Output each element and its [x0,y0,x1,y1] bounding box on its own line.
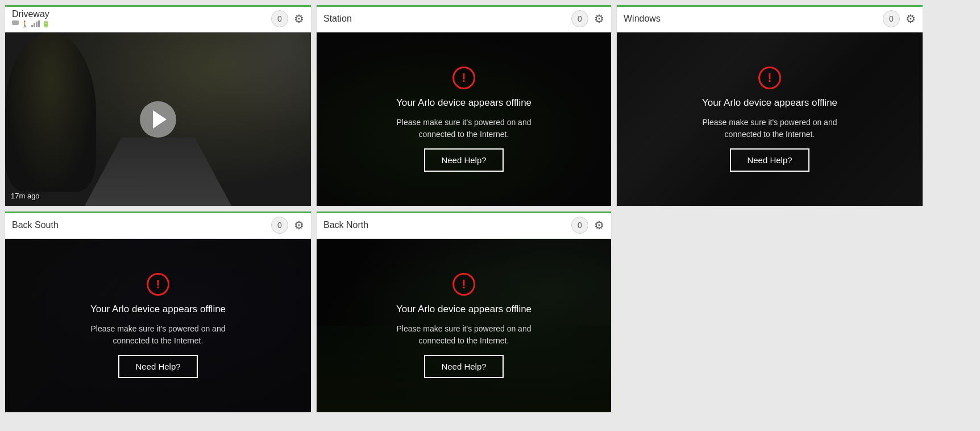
notification-badge-backnorth: 0 [571,217,588,234]
offline-overlay-windows: ! Your Arlo device appears offline Pleas… [617,32,923,206]
camera-header-backnorth: Back North 0 ⚙ [317,212,611,239]
settings-button-station[interactable]: ⚙ [594,12,604,26]
offline-title-backsouth: Your Arlo device appears offline [90,304,226,315]
camera-feed-backnorth: ! Your Arlo device appears offline Pleas… [317,239,611,412]
play-button-driveway[interactable] [140,101,176,138]
help-button-backsouth[interactable]: Need Help? [118,355,197,378]
camera-header-windows: Windows 0 ⚙ [617,5,923,32]
offline-desc-backsouth: Please make sure it's powered on and con… [73,323,243,347]
camera-feed-station: ! Your Arlo device appears offline Pleas… [317,32,611,206]
camera-name-backsouth: Back South [12,220,59,230]
notification-badge-backsouth: 0 [271,217,288,234]
settings-button-backsouth[interactable]: ⚙ [294,218,304,232]
camera-header-driveway: Driveway 🚶 🔋 0 ⚙ [5,5,311,32]
play-icon [153,110,167,129]
camera-header-station: Station 0 ⚙ [317,5,611,32]
tree-decoration [5,32,96,192]
camera-card-station: Station 0 ⚙ ! Your Arlo device appears o… [316,5,612,206]
settings-button-windows[interactable]: ⚙ [906,12,916,26]
camera-card-backnorth: Back North 0 ⚙ ! Your Arlo device appear… [316,211,612,413]
battery-icon: 🔋 [42,20,50,28]
camera-grid: Driveway 🚶 🔋 0 ⚙ [0,0,928,417]
offline-overlay-backnorth: ! Your Arlo device appears offline Pleas… [317,239,611,412]
offline-desc-windows: Please make sure it's powered on and con… [684,117,855,140]
camera-name-station: Station [323,14,352,24]
signal-icon [31,20,40,27]
offline-desc-station: Please make sure it's powered on and con… [379,117,549,140]
camera-feed-windows: ! Your Arlo device appears offline Pleas… [617,32,923,206]
camera-name-driveway: Driveway [12,9,50,19]
notification-badge-station: 0 [571,10,588,27]
notification-badge-driveway: 0 [271,10,288,27]
offline-icon-station: ! [452,67,475,89]
camera-card-windows: Windows 0 ⚙ ! Your Arlo device appears o… [616,5,923,206]
help-button-backnorth[interactable]: Need Help? [424,355,503,378]
offline-overlay-backsouth: ! Your Arlo device appears offline Pleas… [5,239,311,412]
camera-feed-driveway: 17m ago [5,32,311,206]
offline-icon-windows: ! [758,67,781,89]
help-button-station[interactable]: Need Help? [424,148,503,172]
offline-title-backnorth: Your Arlo device appears offline [396,304,531,315]
offline-desc-backnorth: Please make sure it's powered on and con… [379,323,549,347]
camera-card-driveway: Driveway 🚶 🔋 0 ⚙ [5,5,312,206]
motion-icon: 🚶 [21,20,29,28]
led-icon [12,20,19,25]
camera-name-windows: Windows [624,14,661,24]
timestamp-driveway: 17m ago [11,192,40,200]
offline-overlay-station: ! Your Arlo device appears offline Pleas… [317,32,611,206]
camera-header-backsouth: Back South 0 ⚙ [5,212,311,239]
settings-button-backnorth[interactable]: ⚙ [594,218,604,232]
help-button-windows[interactable]: Need Help? [730,148,809,172]
camera-feed-backsouth: ! Your Arlo device appears offline Pleas… [5,239,311,412]
camera-name-backnorth: Back North [323,220,368,230]
offline-title-windows: Your Arlo device appears offline [702,97,837,109]
settings-button-driveway[interactable]: ⚙ [294,12,304,26]
camera-card-backsouth: Back South 0 ⚙ ! Your Arlo device appear… [5,211,312,413]
notification-badge-windows: 0 [883,10,900,27]
offline-icon-backnorth: ! [452,273,475,296]
offline-icon-backsouth: ! [147,273,169,296]
offline-title-station: Your Arlo device appears offline [396,97,531,109]
